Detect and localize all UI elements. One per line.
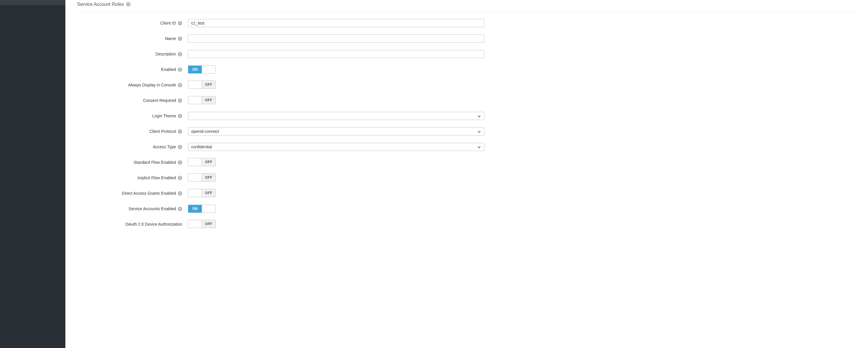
help-icon[interactable]: ? [178, 83, 182, 87]
help-icon[interactable]: ? [126, 2, 130, 6]
client-id-input[interactable] [188, 19, 484, 27]
direct-access-toggle[interactable]: OFF [188, 189, 216, 197]
label-access-type: Access Type ? [77, 145, 188, 149]
help-icon[interactable]: ? [178, 36, 182, 41]
row-description: Description ? [77, 50, 856, 58]
label-oauth2-device: OAuth 2.0 Device Authorization [77, 222, 188, 227]
help-icon[interactable]: ? [178, 21, 182, 25]
standard-flow-toggle[interactable]: OFF [188, 158, 216, 166]
label-text: Access Type [153, 145, 176, 149]
row-standard-flow: Standard Flow Enabled ? OFF [77, 158, 856, 167]
help-icon[interactable]: ? [178, 145, 182, 149]
help-icon[interactable]: ? [178, 176, 182, 180]
label-text: Service Accounts Enabled [128, 206, 176, 211]
label-text: Login Theme [152, 114, 176, 118]
label-text: Enabled [161, 67, 176, 72]
row-oauth2-device: OAuth 2.0 Device Authorization OFF [77, 220, 856, 229]
login-theme-select[interactable] [188, 112, 484, 120]
main-content: Service Account Roles ? Client ID ? Name… [65, 0, 868, 348]
tab-title[interactable]: Service Account Roles ? [77, 2, 130, 10]
toggle-off-label: OFF [202, 174, 215, 181]
label-text: Name [165, 36, 176, 41]
label-consent-required: Consent Required ? [77, 98, 188, 103]
sidebar [0, 0, 65, 348]
label-standard-flow: Standard Flow Enabled ? [77, 160, 188, 165]
row-consent-required: Consent Required ? OFF [77, 96, 856, 105]
label-text: Consent Required [143, 98, 176, 103]
row-name: Name ? [77, 34, 856, 43]
client-settings-form: Client ID ? Name ? Description ? [77, 12, 856, 229]
toggle-on-label: ON [188, 205, 202, 212]
row-access-type: Access Type ? confidential [77, 142, 856, 151]
row-client-id: Client ID ? [77, 19, 856, 27]
label-text: OAuth 2.0 Device Authorization [125, 222, 182, 227]
label-text: Implicit Flow Enabled [137, 175, 176, 180]
client-protocol-select[interactable]: openid-connect [188, 127, 484, 136]
label-text: Direct Access Grants Enabled [122, 191, 176, 196]
tab-title-text: Service Account Roles [77, 2, 124, 7]
label-client-protocol: Client Protocol ? [77, 129, 188, 134]
toggle-off-label: OFF [202, 96, 215, 104]
help-icon[interactable]: ? [178, 114, 182, 118]
label-direct-access: Direct Access Grants Enabled ? [77, 191, 188, 196]
help-icon[interactable]: ? [178, 129, 182, 134]
label-service-accounts: Service Accounts Enabled ? [77, 206, 188, 211]
label-text: Standard Flow Enabled [133, 160, 176, 165]
toggle-off-label [202, 205, 215, 212]
toggle-on-label [188, 158, 202, 166]
oauth2-device-toggle[interactable]: OFF [188, 220, 216, 228]
label-client-id: Client ID ? [77, 21, 188, 25]
label-login-theme: Login Theme ? [77, 114, 188, 118]
row-always-display: Always Display in Console ? OFF [77, 81, 856, 89]
help-icon[interactable]: ? [178, 67, 182, 72]
toggle-on-label: ON [188, 66, 202, 73]
label-text: Description [156, 52, 176, 56]
label-always-display: Always Display in Console ? [77, 83, 188, 87]
label-text: Client ID [160, 21, 176, 25]
toggle-on-label [188, 189, 202, 197]
implicit-flow-toggle[interactable]: OFF [188, 173, 216, 182]
label-description: Description ? [77, 52, 188, 56]
toggle-on-label [188, 81, 202, 88]
label-text: Client Protocol [149, 129, 176, 134]
help-icon[interactable]: ? [178, 52, 182, 56]
help-icon[interactable]: ? [178, 207, 182, 211]
consent-required-toggle[interactable]: OFF [188, 96, 216, 104]
label-enabled: Enabled ? [77, 67, 188, 72]
help-icon[interactable]: ? [178, 191, 182, 196]
toggle-off-label: OFF [202, 81, 215, 88]
help-icon[interactable]: ? [178, 98, 182, 103]
row-direct-access: Direct Access Grants Enabled ? OFF [77, 189, 856, 198]
row-login-theme: Login Theme ? [77, 112, 856, 120]
always-display-toggle[interactable]: OFF [188, 81, 216, 89]
toggle-off-label: OFF [202, 158, 215, 166]
row-enabled: Enabled ? ON [77, 65, 856, 74]
row-service-accounts: Service Accounts Enabled ? ON [77, 204, 856, 213]
toggle-off-label: OFF [202, 189, 215, 197]
service-accounts-toggle[interactable]: ON [188, 205, 216, 213]
description-input[interactable] [188, 50, 484, 58]
toggle-on-label [188, 220, 202, 228]
access-type-select[interactable]: confidential [188, 143, 484, 151]
toggle-on-label [188, 174, 202, 181]
row-implicit-flow: Implicit Flow Enabled ? OFF [77, 173, 856, 182]
sidebar-top-strip [0, 0, 65, 5]
toggle-off-label: OFF [202, 220, 215, 228]
name-input[interactable] [188, 34, 484, 42]
tab-header: Service Account Roles ? [77, 0, 856, 12]
help-icon[interactable]: ? [178, 160, 182, 165]
row-client-protocol: Client Protocol ? openid-connect [77, 127, 856, 136]
toggle-on-label [188, 96, 202, 104]
enabled-toggle[interactable]: ON [188, 65, 216, 74]
label-implicit-flow: Implicit Flow Enabled ? [77, 175, 188, 180]
label-name: Name ? [77, 36, 188, 41]
label-text: Always Display in Console [128, 83, 176, 87]
toggle-off-label [202, 66, 215, 73]
